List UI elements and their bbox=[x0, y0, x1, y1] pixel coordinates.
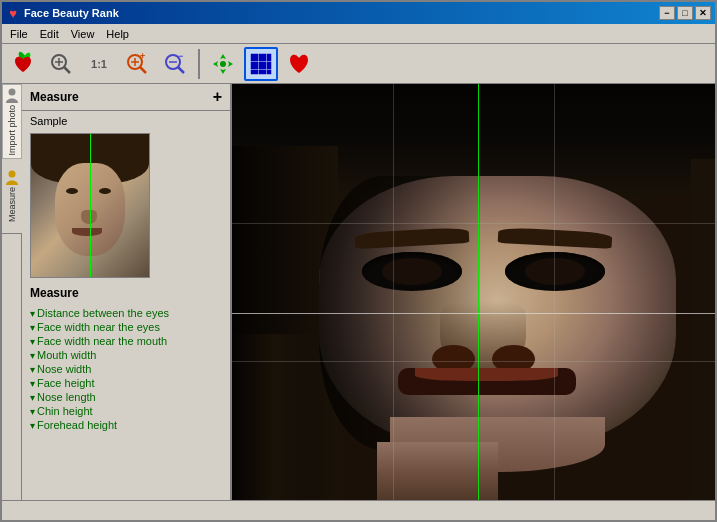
status-bar bbox=[2, 500, 715, 520]
import-photo-tab-label: Import photo bbox=[7, 105, 17, 156]
toolbar: 1:1 + − bbox=[2, 44, 715, 84]
menu-file[interactable]: File bbox=[4, 26, 34, 42]
zoom-in-button[interactable]: + bbox=[120, 47, 154, 81]
close-button[interactable]: ✕ bbox=[695, 6, 711, 20]
grid-vline-1 bbox=[393, 84, 394, 500]
svg-line-7 bbox=[140, 67, 146, 73]
main-eye-right bbox=[505, 252, 605, 290]
measure-label-1: Face width near the eyes bbox=[37, 321, 160, 333]
svg-text:+: + bbox=[140, 51, 145, 61]
svg-rect-27 bbox=[259, 70, 266, 74]
menu-edit[interactable]: Edit bbox=[34, 26, 65, 42]
sample-label: Sample bbox=[22, 111, 230, 129]
sample-nose bbox=[81, 210, 97, 224]
zoom-100-label: 1:1 bbox=[91, 58, 107, 70]
move-button[interactable] bbox=[206, 47, 240, 81]
measure-arrow-8: ▾ bbox=[30, 420, 35, 431]
face-background bbox=[232, 84, 715, 500]
measure-item-6[interactable]: ▾Nose length bbox=[30, 390, 222, 404]
svg-line-3 bbox=[64, 67, 70, 73]
sample-image-container bbox=[22, 129, 230, 282]
svg-rect-20 bbox=[251, 54, 258, 61]
svg-rect-21 bbox=[259, 54, 266, 61]
sidebar-tab-import-photo[interactable]: Import photo bbox=[2, 84, 22, 159]
measure-item-5[interactable]: ▾Face height bbox=[30, 376, 222, 390]
sample-image bbox=[30, 133, 150, 278]
minimize-button[interactable]: − bbox=[659, 6, 675, 20]
measure-arrow-2: ▾ bbox=[30, 336, 35, 347]
grid-hline-2 bbox=[232, 361, 715, 362]
measure-label-2: Face width near the mouth bbox=[37, 335, 167, 347]
svg-point-19 bbox=[220, 61, 226, 67]
measure-arrow-7: ▾ bbox=[30, 406, 35, 417]
panel-header: Measure + bbox=[22, 84, 230, 111]
import-button[interactable] bbox=[6, 47, 40, 81]
svg-rect-24 bbox=[259, 62, 266, 69]
app-icon: ♥ bbox=[6, 6, 20, 20]
sample-vline bbox=[90, 134, 91, 277]
panel-pin-button[interactable]: + bbox=[213, 88, 222, 106]
svg-marker-15 bbox=[220, 54, 226, 59]
main-mouth bbox=[398, 368, 577, 395]
measure-item-4[interactable]: ▾Nose width bbox=[30, 362, 222, 376]
svg-rect-25 bbox=[267, 62, 271, 69]
panel-title: Measure bbox=[30, 90, 79, 104]
measure-label-4: Nose width bbox=[37, 363, 91, 375]
menu-view[interactable]: View bbox=[65, 26, 101, 42]
grid-view-button[interactable] bbox=[244, 47, 278, 81]
measure-arrow-6: ▾ bbox=[30, 392, 35, 403]
measure-section: Measure ▾Distance between the eyes▾Face … bbox=[22, 282, 230, 500]
main-neck bbox=[377, 442, 498, 500]
measure-arrow-4: ▾ bbox=[30, 364, 35, 375]
svg-rect-26 bbox=[251, 70, 258, 74]
measure-item-8[interactable]: ▾Forehead height bbox=[30, 418, 222, 432]
sidebar-tabs: Import photo Measure bbox=[2, 84, 22, 500]
svg-rect-23 bbox=[251, 62, 258, 69]
menu-help[interactable]: Help bbox=[100, 26, 135, 42]
measure-label-6: Nose length bbox=[37, 391, 96, 403]
zoom-out-button[interactable]: − bbox=[158, 47, 192, 81]
zoom-fit-button[interactable] bbox=[44, 47, 78, 81]
vertical-guideline bbox=[478, 84, 479, 500]
zoom-100-button[interactable]: 1:1 bbox=[82, 47, 116, 81]
measure-label-3: Mouth width bbox=[37, 349, 96, 361]
svg-point-29 bbox=[9, 89, 16, 96]
svg-line-12 bbox=[178, 67, 184, 73]
svg-point-30 bbox=[9, 171, 16, 178]
svg-marker-18 bbox=[228, 61, 233, 67]
measure-arrow-5: ▾ bbox=[30, 378, 35, 389]
grid-vline-2 bbox=[554, 84, 555, 500]
svg-text:−: − bbox=[178, 51, 183, 61]
maximize-button[interactable]: □ bbox=[677, 6, 693, 20]
horizontal-guideline bbox=[232, 313, 715, 314]
measure-label-7: Chin height bbox=[37, 405, 93, 417]
eyebrow-right bbox=[497, 227, 612, 249]
grid-hline-1 bbox=[232, 223, 715, 224]
measure-items-list: ▾Distance between the eyes▾Face width ne… bbox=[30, 306, 222, 432]
measure-arrow-3: ▾ bbox=[30, 350, 35, 361]
measure-arrow-0: ▾ bbox=[30, 308, 35, 319]
rank-heart-button[interactable] bbox=[282, 47, 316, 81]
measure-tab-label: Measure bbox=[7, 187, 17, 222]
measure-item-2[interactable]: ▾Face width near the mouth bbox=[30, 334, 222, 348]
measure-section-title: Measure bbox=[30, 286, 222, 302]
hair-lower-left bbox=[232, 334, 319, 500]
measure-item-3[interactable]: ▾Mouth width bbox=[30, 348, 222, 362]
measure-item-7[interactable]: ▾Chin height bbox=[30, 404, 222, 418]
measure-item-0[interactable]: ▾Distance between the eyes bbox=[30, 306, 222, 320]
sidebar-tab-measure[interactable]: Measure bbox=[2, 159, 22, 234]
measure-arrow-1: ▾ bbox=[30, 322, 35, 333]
image-area[interactable] bbox=[232, 84, 715, 500]
toolbar-separator-1 bbox=[198, 49, 200, 79]
measure-item-1[interactable]: ▾Face width near the eyes bbox=[30, 320, 222, 334]
main-image bbox=[232, 84, 715, 500]
title-bar: ♥ Face Beauty Rank − □ ✕ bbox=[2, 2, 715, 24]
svg-rect-22 bbox=[267, 54, 271, 61]
measure-label-0: Distance between the eyes bbox=[37, 307, 169, 319]
svg-rect-28 bbox=[267, 70, 271, 74]
svg-marker-17 bbox=[213, 61, 218, 67]
panel: Measure + Sample bbox=[22, 84, 232, 500]
menu-bar: File Edit View Help bbox=[2, 24, 715, 44]
app-window: ♥ Face Beauty Rank − □ ✕ File Edit View … bbox=[0, 0, 717, 522]
measure-label-5: Face height bbox=[37, 377, 94, 389]
